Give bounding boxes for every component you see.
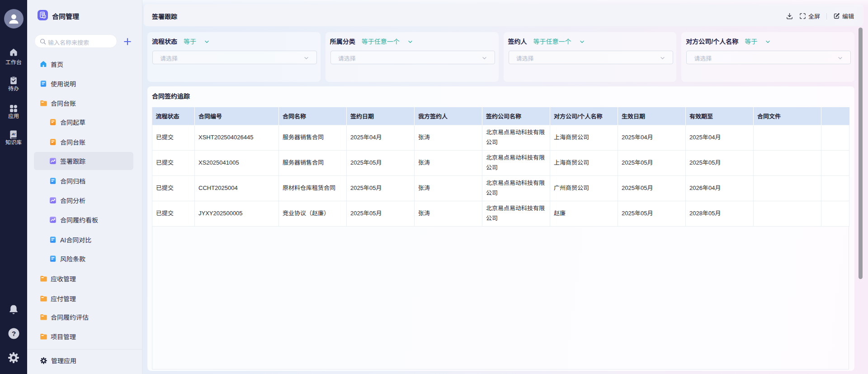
svg-text:?: ? xyxy=(11,330,15,337)
svg-text:AI: AI xyxy=(11,132,15,136)
